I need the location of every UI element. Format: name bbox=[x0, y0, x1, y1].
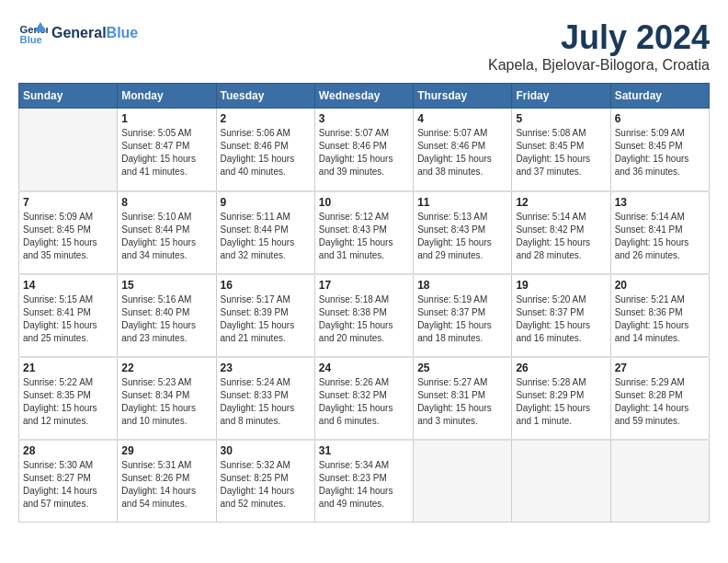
table-row: 17Sunrise: 5:18 AM Sunset: 8:38 PM Dayli… bbox=[314, 274, 413, 357]
day-number: 28 bbox=[23, 444, 113, 457]
table-row: 22Sunrise: 5:23 AM Sunset: 8:34 PM Dayli… bbox=[118, 357, 216, 440]
day-info: Sunrise: 5:28 AM Sunset: 8:29 PM Dayligh… bbox=[516, 376, 606, 428]
week-row-5: 28Sunrise: 5:30 AM Sunset: 8:27 PM Dayli… bbox=[19, 440, 710, 523]
table-row: 10Sunrise: 5:12 AM Sunset: 8:43 PM Dayli… bbox=[314, 191, 413, 274]
week-row-3: 14Sunrise: 5:15 AM Sunset: 8:41 PM Dayli… bbox=[19, 274, 710, 357]
day-info: Sunrise: 5:09 AM Sunset: 8:45 PM Dayligh… bbox=[23, 211, 113, 262]
col-wednesday: Wednesday bbox=[314, 84, 413, 109]
day-info: Sunrise: 5:05 AM Sunset: 8:47 PM Dayligh… bbox=[121, 127, 211, 178]
svg-text:Blue: Blue bbox=[20, 34, 42, 45]
table-row: 19Sunrise: 5:20 AM Sunset: 8:37 PM Dayli… bbox=[512, 274, 610, 357]
day-number: 18 bbox=[417, 279, 507, 292]
day-number: 27 bbox=[615, 362, 705, 374]
day-info: Sunrise: 5:14 AM Sunset: 8:42 PM Dayligh… bbox=[516, 211, 606, 262]
day-info: Sunrise: 5:31 AM Sunset: 8:26 PM Dayligh… bbox=[121, 459, 211, 511]
day-info: Sunrise: 5:13 AM Sunset: 8:43 PM Dayligh… bbox=[417, 211, 507, 262]
day-info: Sunrise: 5:14 AM Sunset: 8:41 PM Dayligh… bbox=[615, 211, 705, 262]
header: General Blue GeneralBlue July 2024 Kapel… bbox=[18, 18, 710, 74]
table-row: 2Sunrise: 5:06 AM Sunset: 8:46 PM Daylig… bbox=[216, 109, 314, 191]
day-info: Sunrise: 5:17 AM Sunset: 8:39 PM Dayligh… bbox=[221, 293, 311, 345]
table-row: 9Sunrise: 5:11 AM Sunset: 8:44 PM Daylig… bbox=[216, 191, 314, 274]
table-row: 27Sunrise: 5:29 AM Sunset: 8:28 PM Dayli… bbox=[610, 357, 709, 440]
table-row: 26Sunrise: 5:28 AM Sunset: 8:29 PM Dayli… bbox=[512, 357, 610, 440]
day-number: 23 bbox=[221, 362, 311, 374]
calendar-header-row: Sunday Monday Tuesday Wednesday Thursday… bbox=[19, 84, 710, 109]
day-info: Sunrise: 5:06 AM Sunset: 8:46 PM Dayligh… bbox=[221, 127, 311, 178]
table-row: 4Sunrise: 5:07 AM Sunset: 8:46 PM Daylig… bbox=[414, 109, 512, 191]
day-info: Sunrise: 5:32 AM Sunset: 8:25 PM Dayligh… bbox=[221, 459, 311, 511]
day-number: 4 bbox=[417, 112, 507, 125]
day-number: 12 bbox=[516, 196, 606, 209]
day-number: 13 bbox=[615, 196, 705, 209]
day-info: Sunrise: 5:15 AM Sunset: 8:41 PM Dayligh… bbox=[23, 293, 113, 345]
day-info: Sunrise: 5:34 AM Sunset: 8:23 PM Dayligh… bbox=[319, 459, 409, 511]
day-number: 31 bbox=[319, 444, 409, 457]
table-row: 11Sunrise: 5:13 AM Sunset: 8:43 PM Dayli… bbox=[414, 191, 512, 274]
day-info: Sunrise: 5:27 AM Sunset: 8:31 PM Dayligh… bbox=[417, 376, 507, 428]
table-row bbox=[610, 440, 709, 523]
col-saturday: Saturday bbox=[610, 84, 709, 109]
day-number: 7 bbox=[23, 196, 113, 209]
day-info: Sunrise: 5:16 AM Sunset: 8:40 PM Dayligh… bbox=[121, 293, 211, 345]
day-number: 17 bbox=[319, 279, 409, 292]
day-number: 5 bbox=[516, 112, 606, 125]
day-info: Sunrise: 5:12 AM Sunset: 8:43 PM Dayligh… bbox=[319, 211, 409, 262]
day-number: 2 bbox=[221, 112, 311, 125]
title-area: July 2024 Kapela, Bjelovar-Bilogora, Cro… bbox=[488, 18, 710, 74]
day-number: 26 bbox=[516, 362, 606, 374]
table-row bbox=[19, 109, 118, 191]
table-row: 16Sunrise: 5:17 AM Sunset: 8:39 PM Dayli… bbox=[216, 274, 314, 357]
table-row bbox=[414, 440, 512, 523]
table-row: 18Sunrise: 5:19 AM Sunset: 8:37 PM Dayli… bbox=[414, 274, 512, 357]
day-info: Sunrise: 5:19 AM Sunset: 8:37 PM Dayligh… bbox=[417, 293, 507, 345]
day-number: 21 bbox=[23, 362, 113, 374]
day-info: Sunrise: 5:11 AM Sunset: 8:44 PM Dayligh… bbox=[221, 211, 311, 262]
day-number: 1 bbox=[121, 112, 211, 125]
week-row-2: 7Sunrise: 5:09 AM Sunset: 8:45 PM Daylig… bbox=[19, 191, 710, 274]
col-tuesday: Tuesday bbox=[216, 84, 314, 109]
day-info: Sunrise: 5:26 AM Sunset: 8:32 PM Dayligh… bbox=[319, 376, 409, 428]
day-info: Sunrise: 5:07 AM Sunset: 8:46 PM Dayligh… bbox=[319, 127, 409, 178]
day-info: Sunrise: 5:21 AM Sunset: 8:36 PM Dayligh… bbox=[615, 293, 705, 345]
day-number: 6 bbox=[615, 112, 705, 125]
logo: General Blue GeneralBlue bbox=[18, 18, 138, 48]
day-number: 25 bbox=[417, 362, 507, 374]
table-row: 21Sunrise: 5:22 AM Sunset: 8:35 PM Dayli… bbox=[19, 357, 118, 440]
location-title: Kapela, Bjelovar-Bilogora, Croatia bbox=[488, 57, 710, 74]
logo-blue: Blue bbox=[107, 25, 139, 41]
table-row: 13Sunrise: 5:14 AM Sunset: 8:41 PM Dayli… bbox=[610, 191, 709, 274]
table-row: 24Sunrise: 5:26 AM Sunset: 8:32 PM Dayli… bbox=[314, 357, 413, 440]
day-number: 29 bbox=[121, 444, 211, 457]
day-info: Sunrise: 5:30 AM Sunset: 8:27 PM Dayligh… bbox=[23, 459, 113, 511]
calendar: Sunday Monday Tuesday Wednesday Thursday… bbox=[18, 83, 710, 523]
table-row: 3Sunrise: 5:07 AM Sunset: 8:46 PM Daylig… bbox=[314, 109, 413, 191]
day-number: 24 bbox=[319, 362, 409, 374]
day-number: 10 bbox=[319, 196, 409, 209]
table-row: 8Sunrise: 5:10 AM Sunset: 8:44 PM Daylig… bbox=[118, 191, 216, 274]
day-number: 3 bbox=[319, 112, 409, 125]
table-row: 14Sunrise: 5:15 AM Sunset: 8:41 PM Dayli… bbox=[19, 274, 118, 357]
table-row bbox=[512, 440, 610, 523]
day-info: Sunrise: 5:10 AM Sunset: 8:44 PM Dayligh… bbox=[121, 211, 211, 262]
table-row: 28Sunrise: 5:30 AM Sunset: 8:27 PM Dayli… bbox=[19, 440, 118, 523]
day-info: Sunrise: 5:23 AM Sunset: 8:34 PM Dayligh… bbox=[121, 376, 211, 428]
table-row: 31Sunrise: 5:34 AM Sunset: 8:23 PM Dayli… bbox=[314, 440, 413, 523]
day-info: Sunrise: 5:09 AM Sunset: 8:45 PM Dayligh… bbox=[615, 127, 705, 178]
day-number: 11 bbox=[417, 196, 507, 209]
col-sunday: Sunday bbox=[19, 84, 118, 109]
table-row: 23Sunrise: 5:24 AM Sunset: 8:33 PM Dayli… bbox=[216, 357, 314, 440]
day-info: Sunrise: 5:20 AM Sunset: 8:37 PM Dayligh… bbox=[516, 293, 606, 345]
col-friday: Friday bbox=[512, 84, 610, 109]
day-info: Sunrise: 5:29 AM Sunset: 8:28 PM Dayligh… bbox=[615, 376, 705, 428]
month-title: July 2024 bbox=[488, 18, 710, 57]
day-info: Sunrise: 5:08 AM Sunset: 8:45 PM Dayligh… bbox=[516, 127, 606, 178]
table-row: 29Sunrise: 5:31 AM Sunset: 8:26 PM Dayli… bbox=[118, 440, 216, 523]
table-row: 1Sunrise: 5:05 AM Sunset: 8:47 PM Daylig… bbox=[118, 109, 216, 191]
day-info: Sunrise: 5:22 AM Sunset: 8:35 PM Dayligh… bbox=[23, 376, 113, 428]
day-info: Sunrise: 5:18 AM Sunset: 8:38 PM Dayligh… bbox=[319, 293, 409, 345]
logo-general: General bbox=[51, 25, 107, 41]
col-monday: Monday bbox=[118, 84, 216, 109]
day-number: 30 bbox=[221, 444, 311, 457]
table-row: 7Sunrise: 5:09 AM Sunset: 8:45 PM Daylig… bbox=[19, 191, 118, 274]
week-row-1: 1Sunrise: 5:05 AM Sunset: 8:47 PM Daylig… bbox=[19, 109, 710, 191]
